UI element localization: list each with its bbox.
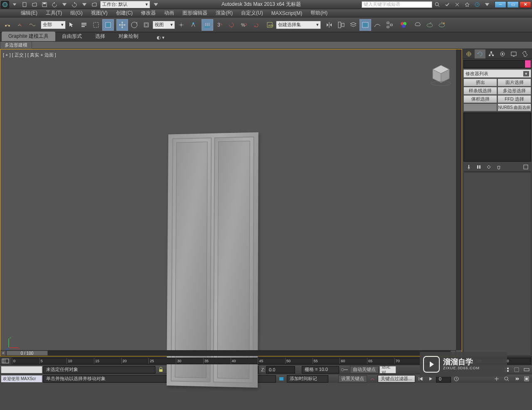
viewport-scroll-v[interactable] xyxy=(456,49,462,350)
app-menu-button[interactable] xyxy=(1,1,9,8)
cp-create-tab[interactable] xyxy=(463,49,474,59)
redo-icon[interactable] xyxy=(69,1,79,8)
menu-tools[interactable]: 工具(T) xyxy=(42,10,66,17)
named-selection-dropdown[interactable]: 创建选择集▾ xyxy=(276,21,321,29)
modifier-list-dropdown[interactable]: 修改器列表 ▾ xyxy=(463,69,531,78)
selection-filter-dropdown[interactable]: 全部▾ xyxy=(41,21,66,29)
workspace-dropdown[interactable]: 工作台: 默认 ▾ xyxy=(100,1,150,8)
maximize-button[interactable]: ▭ xyxy=(507,1,519,8)
ribbon-tab-freeform[interactable]: 自由形式 xyxy=(55,32,89,41)
menu-rendering[interactable]: 渲染(R) xyxy=(212,10,237,17)
mod-spline-select[interactable]: 样条线选择 xyxy=(463,87,497,95)
ribbon-tab-graphite[interactable]: Graphite 建模工具 xyxy=(2,32,55,41)
render-frame-icon[interactable] xyxy=(424,19,436,31)
time-tag[interactable]: 添加时间标记 xyxy=(287,375,328,383)
mod-vol-select[interactable]: 体积选择 xyxy=(463,95,497,103)
select-rotate-icon[interactable] xyxy=(128,19,140,31)
curve-editor-icon[interactable] xyxy=(372,19,383,31)
align-icon[interactable] xyxy=(335,19,347,31)
subscription-icon[interactable] xyxy=(442,1,452,8)
layers-icon[interactable] xyxy=(347,19,359,31)
new-file-icon[interactable] xyxy=(20,1,30,8)
time-slider[interactable]: < 0 / 100 > xyxy=(0,350,456,356)
mod-ffd-select[interactable]: FFD 选择 xyxy=(498,95,531,103)
object-name-input[interactable] xyxy=(464,60,525,68)
mod-poly-select[interactable]: 多边形选择 xyxy=(498,87,531,95)
z-coord-input[interactable]: 0.0 xyxy=(266,366,295,373)
menu-dropdown-icon[interactable] xyxy=(10,1,20,8)
open-file-icon[interactable] xyxy=(30,1,39,8)
schematic-view-icon[interactable] xyxy=(384,19,395,31)
ribbon-polymodeling[interactable]: 多边形建模 xyxy=(0,42,32,49)
menu-create[interactable]: 创建(C) xyxy=(112,10,137,17)
favorites-icon[interactable] xyxy=(462,1,472,8)
selection-set-combo[interactable]: 选定对 xyxy=(379,366,396,373)
percent-snap-icon[interactable] xyxy=(226,19,237,31)
undo-dd-icon[interactable] xyxy=(59,1,69,8)
ref-coord-dropdown[interactable]: 视图▾ xyxy=(153,21,175,29)
ribbon-tab-objectpaint[interactable]: 对象绘制 xyxy=(112,32,145,41)
spinner-snap-icon[interactable]: % xyxy=(238,19,249,31)
object-name-field[interactable] xyxy=(463,60,531,68)
save-file-icon[interactable] xyxy=(39,1,49,8)
menu-animation[interactable]: 动画 xyxy=(160,10,178,17)
menu-group[interactable]: 组(G) xyxy=(66,10,86,17)
pivot-center-icon[interactable] xyxy=(175,19,187,31)
infocenter-search[interactable]: 键入关键字或短语 xyxy=(362,1,432,8)
key-filter-button[interactable]: 关键点过滤器... xyxy=(378,375,415,383)
viewcube[interactable] xyxy=(429,62,453,87)
menu-modifiers[interactable]: 修改器 xyxy=(137,10,160,17)
mod-extrude[interactable]: 挤出 xyxy=(463,79,497,86)
time-prev-icon[interactable]: < xyxy=(0,350,6,356)
viewport-label[interactable]: [ + ] [ 正交 ] [ 真实 + 边面 ] xyxy=(3,52,56,58)
menu-customize[interactable]: 自定义(U) xyxy=(237,10,267,17)
max-viewport-icon[interactable] xyxy=(522,375,531,383)
ribbon-tab-selection[interactable]: 选择 xyxy=(89,32,112,41)
set-key-button[interactable]: 设置关键点 xyxy=(338,375,367,383)
auto-key-button[interactable]: 自动关键点 xyxy=(350,366,379,373)
menu-grapheditors[interactable]: 图形编辑器 xyxy=(178,10,212,17)
angle-snap-icon[interactable]: 3 xyxy=(214,19,225,31)
timeline-config-icon[interactable] xyxy=(0,357,11,365)
render-production-icon[interactable] xyxy=(436,19,448,31)
select-by-name-icon[interactable] xyxy=(78,19,90,31)
cp-display-tab[interactable] xyxy=(508,49,519,59)
orbit-icon[interactable] xyxy=(512,375,521,383)
search-icon[interactable] xyxy=(432,1,442,8)
viewport[interactable]: [ + ] [ 正交 ] [ 真实 + 边面 ] z x xyxy=(0,49,462,356)
trackbar-key-area[interactable] xyxy=(1,366,42,373)
cp-hierarchy-tab[interactable] xyxy=(486,49,497,59)
render-setup-icon[interactable] xyxy=(412,19,424,31)
key-mode-icon[interactable] xyxy=(340,366,349,373)
exchange-icon[interactable] xyxy=(452,1,462,8)
configure-sets-icon[interactable] xyxy=(521,163,530,171)
project-folder-icon[interactable] xyxy=(89,1,99,8)
bind-spacewarp-icon[interactable] xyxy=(27,19,38,31)
ribbon-expand-icon[interactable]: ◐ ▾ xyxy=(153,34,168,41)
select-object-icon[interactable] xyxy=(66,19,78,31)
select-region-rect-icon[interactable] xyxy=(90,19,102,31)
cp-utilities-tab[interactable] xyxy=(520,49,530,59)
select-manipulate-icon[interactable] xyxy=(187,19,199,31)
material-editor-icon[interactable] xyxy=(398,19,409,31)
cp-modify-tab[interactable] xyxy=(475,49,485,59)
select-scale-icon[interactable] xyxy=(140,19,152,31)
window-crossing-icon[interactable] xyxy=(102,19,114,31)
modifier-stack[interactable] xyxy=(463,113,531,162)
make-unique-icon[interactable] xyxy=(484,163,493,171)
pin-stack-icon[interactable] xyxy=(464,163,473,171)
workspace-dd-icon[interactable] xyxy=(151,1,161,8)
named-set-manage-icon[interactable]: ABC xyxy=(264,19,276,31)
mod-patch-select[interactable]: 面片选择 xyxy=(498,79,531,86)
minimize-button[interactable]: ─ xyxy=(495,1,506,8)
comm-center-icon[interactable] xyxy=(277,375,286,383)
close-button[interactable]: ✕ xyxy=(520,1,531,8)
mod-nurbs-select[interactable]: NURBS 曲面选择 xyxy=(498,103,531,111)
menu-edit[interactable]: 编辑(E) xyxy=(17,10,42,17)
layer-manager-icon[interactable] xyxy=(360,19,371,31)
object-color-swatch[interactable] xyxy=(525,60,531,68)
select-link-icon[interactable] xyxy=(2,19,14,31)
key-filters-icon[interactable] xyxy=(368,375,377,383)
cp-motion-tab[interactable] xyxy=(497,49,508,59)
help-icon[interactable]: ? xyxy=(472,1,482,8)
